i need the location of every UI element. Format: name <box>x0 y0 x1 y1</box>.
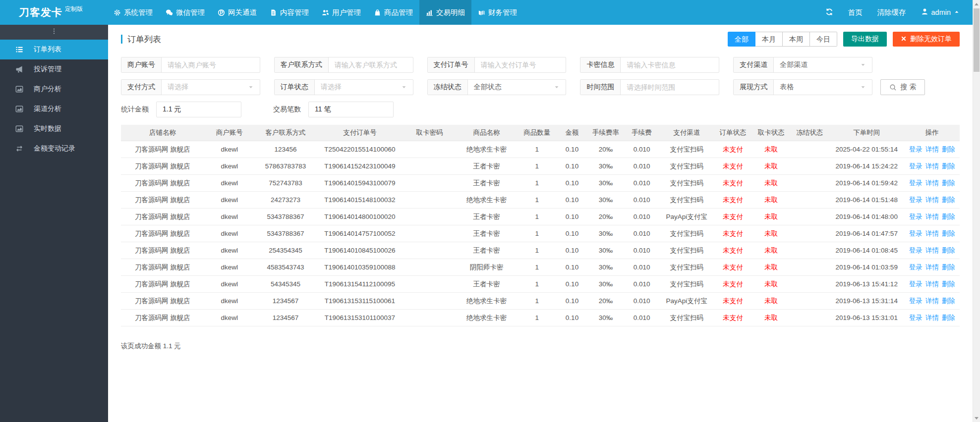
detail-link[interactable]: 详情 <box>925 314 939 321</box>
topnav-item[interactable]: 财务管理 <box>471 0 523 25</box>
sidebar-item[interactable]: 金额变动记录 <box>0 139 108 158</box>
range-button[interactable]: 今日 <box>810 32 837 47</box>
detail-link[interactable]: 详情 <box>925 280 939 288</box>
delete-link[interactable]: 删除 <box>942 213 955 220</box>
filter-select[interactable]: 表格 <box>774 80 872 95</box>
cell-shop: 刀客源码网 旗舰店 <box>121 209 204 225</box>
cell-product: 王者卡密 <box>456 225 518 242</box>
scrollbar-thumb[interactable] <box>974 8 980 72</box>
clear-cache-link[interactable]: 清除缓存 <box>877 8 906 17</box>
cell-qty: 1 <box>518 259 557 276</box>
detail-link[interactable]: 详情 <box>925 196 939 204</box>
filter-select[interactable]: 全部渠道 <box>774 57 872 72</box>
cell-order-status: 未支付 <box>714 175 752 192</box>
close-icon <box>901 35 907 43</box>
login-link[interactable]: 登录 <box>909 264 922 271</box>
sidebar-collapse-button[interactable] <box>0 25 108 40</box>
cell-channel: 支付宝扫码 <box>659 276 713 293</box>
login-link[interactable]: 登录 <box>909 297 922 305</box>
filter-group: 冻结状态全部状态 <box>427 79 567 95</box>
export-data-button[interactable]: 导出数据 <box>843 32 887 47</box>
login-link[interactable]: 登录 <box>909 280 922 288</box>
delete-link[interactable]: 删除 <box>942 247 955 254</box>
filter-input[interactable] <box>621 57 719 72</box>
sidebar-menu: 订单列表投诉管理商户分析渠道分析实时数据金额变动记录 <box>0 40 108 158</box>
status-text: 未支付 <box>723 314 743 321</box>
filter-select[interactable]: 请选择 <box>315 80 413 95</box>
detail-link[interactable]: 详情 <box>925 179 939 187</box>
filter-select[interactable]: 全部状态 <box>468 80 566 95</box>
table-row: 刀客源码网 旗舰店dkewl5343788367T190614014800100… <box>121 209 960 225</box>
table-row: 刀客源码网 旗舰店dkewl5343788367T190614014757100… <box>121 225 960 242</box>
delete-link[interactable]: 删除 <box>942 314 955 321</box>
range-button[interactable]: 本周 <box>783 32 810 47</box>
login-link[interactable]: 登录 <box>909 162 922 170</box>
delete-link[interactable]: 删除 <box>942 146 955 153</box>
delete-invalid-orders-button[interactable]: 删除无效订单 <box>893 32 960 47</box>
detail-link[interactable]: 详情 <box>925 213 939 220</box>
detail-link[interactable]: 详情 <box>925 230 939 237</box>
cell-merchant: dkewl <box>204 242 255 259</box>
header-actions: 全部本月本周今日 导出数据 删除无效订单 <box>728 32 960 47</box>
cell-shop: 刀客源码网 旗舰店 <box>121 192 204 209</box>
filter-input[interactable] <box>162 57 260 72</box>
topnav-item[interactable]: 微信管理 <box>159 0 211 25</box>
refresh-button[interactable] <box>825 8 833 17</box>
user-menu[interactable]: admin <box>921 8 960 17</box>
gear-icon <box>114 9 121 16</box>
filter-select[interactable]: 请选择 <box>162 80 260 95</box>
detail-link[interactable]: 详情 <box>925 247 939 254</box>
cell-contact: 57863783783 <box>255 158 317 175</box>
delete-link[interactable]: 删除 <box>942 196 955 204</box>
detail-link[interactable]: 详情 <box>925 146 939 153</box>
cell-operations: 登录详情删除 <box>905 175 960 192</box>
scrollbar-up-arrow[interactable] <box>973 0 980 8</box>
filter-input[interactable] <box>329 57 413 72</box>
login-link[interactable]: 登录 <box>909 213 922 220</box>
topnav-item[interactable]: 内容管理 <box>263 0 315 25</box>
login-link[interactable]: 登录 <box>909 196 922 204</box>
sidebar-item[interactable]: 渠道分析 <box>0 99 108 119</box>
scrollbar[interactable] <box>973 0 980 422</box>
sidebar-item[interactable]: 商户分析 <box>0 79 108 99</box>
scrollbar-down-arrow[interactable] <box>973 414 980 422</box>
home-link[interactable]: 首页 <box>848 8 863 17</box>
topnav-item[interactable]: 系统管理 <box>107 0 159 25</box>
topnav-item[interactable]: 网关通道 <box>211 0 263 25</box>
range-button[interactable]: 全部 <box>728 32 755 47</box>
sidebar-item[interactable]: 投诉管理 <box>0 59 108 79</box>
caret-up-icon <box>954 8 960 16</box>
delete-link[interactable]: 删除 <box>942 297 955 305</box>
range-button[interactable]: 本月 <box>755 32 783 47</box>
cell-channel: 支付宝扫码 <box>659 259 713 276</box>
status-text: 未取 <box>764 280 778 288</box>
delete-link[interactable]: 删除 <box>942 280 955 288</box>
login-link[interactable]: 登录 <box>909 314 922 321</box>
delete-link[interactable]: 删除 <box>942 264 955 271</box>
sidebar-item[interactable]: 实时数据 <box>0 119 108 139</box>
login-link[interactable]: 登录 <box>909 247 922 254</box>
cell-fee: 0.010 <box>624 276 660 293</box>
search-icon <box>889 84 897 91</box>
delete-link[interactable]: 删除 <box>942 179 955 187</box>
date-range-button-group: 全部本月本周今日 <box>728 32 837 47</box>
detail-link[interactable]: 详情 <box>925 297 939 305</box>
detail-link[interactable]: 详情 <box>925 162 939 170</box>
login-link[interactable]: 登录 <box>909 146 922 153</box>
logo[interactable]: 刀客发卡 定制版 <box>0 0 102 25</box>
login-link[interactable]: 登录 <box>909 179 922 187</box>
delete-link[interactable]: 删除 <box>942 230 955 237</box>
cell-order-status: 未支付 <box>714 141 752 158</box>
cell-card-status: 未取 <box>752 225 790 242</box>
search-button[interactable]: 搜 索 <box>880 79 925 95</box>
topnav-item[interactable]: 商品管理 <box>367 0 419 25</box>
status-text: 未支付 <box>723 280 743 288</box>
login-link[interactable]: 登录 <box>909 230 922 237</box>
filter-input[interactable] <box>475 57 566 72</box>
topnav-item[interactable]: 用户管理 <box>315 0 367 25</box>
topnav-item[interactable]: 交易明细 <box>419 0 471 25</box>
sidebar-item[interactable]: 订单列表 <box>0 40 108 59</box>
filter-input[interactable] <box>621 80 719 95</box>
delete-link[interactable]: 删除 <box>942 162 955 170</box>
detail-link[interactable]: 详情 <box>925 264 939 271</box>
